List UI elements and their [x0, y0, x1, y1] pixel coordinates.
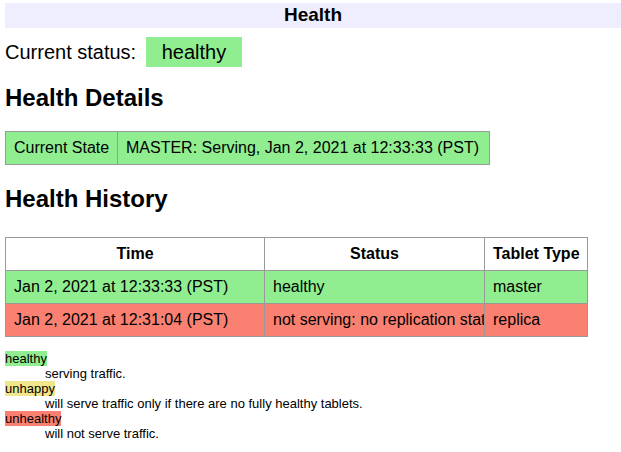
health-details-row: Current State MASTER: Serving, Jan 2, 20…: [6, 132, 490, 165]
history-tablet-type-cell: replica: [485, 304, 588, 337]
history-status-cell: not serving: no replication status: [265, 304, 485, 337]
history-time-cell: Jan 2, 2021 at 12:33:33 (PST): [6, 271, 265, 304]
current-status-badge: healthy: [146, 37, 243, 67]
current-state-value-cell: MASTER: Serving, Jan 2, 2021 at 12:33:33…: [118, 132, 490, 165]
current-status-label: Current status:: [5, 41, 136, 63]
legend-description-unhappy: will serve traffic only if there are no …: [45, 396, 621, 411]
health-details-heading: Health Details: [5, 84, 621, 112]
status-legend: healthy serving traffic. unhappy will se…: [5, 351, 621, 441]
legend-term-unhealthy: unhealthy: [5, 411, 61, 426]
history-row: Jan 2, 2021 at 12:31:04 (PST) not servin…: [6, 304, 588, 337]
history-tablet-type-cell: master: [485, 271, 588, 304]
legend-term-unhappy: unhappy: [5, 381, 55, 396]
current-status-line: Current status: healthy: [5, 41, 621, 64]
history-time-cell: Jan 2, 2021 at 12:31:04 (PST): [6, 304, 265, 337]
legend-description-unhealthy: will not serve traffic.: [45, 426, 621, 441]
column-header-time: Time: [6, 238, 265, 271]
health-history-heading: Health History: [5, 185, 621, 213]
health-details-table: Current State MASTER: Serving, Jan 2, 20…: [5, 131, 490, 165]
health-history-table: Time Status Tablet Type Jan 2, 2021 at 1…: [5, 237, 588, 337]
legend-term-healthy: healthy: [5, 351, 47, 366]
history-header-row: Time Status Tablet Type: [6, 238, 588, 271]
history-status-cell: healthy: [265, 271, 485, 304]
column-header-status: Status: [265, 238, 485, 271]
column-header-tablet-type: Tablet Type: [485, 238, 588, 271]
page-title: Health: [5, 3, 621, 28]
history-row: Jan 2, 2021 at 12:33:33 (PST) healthy ma…: [6, 271, 588, 304]
current-state-label-cell: Current State: [6, 132, 118, 165]
legend-description-healthy: serving traffic.: [45, 366, 621, 381]
